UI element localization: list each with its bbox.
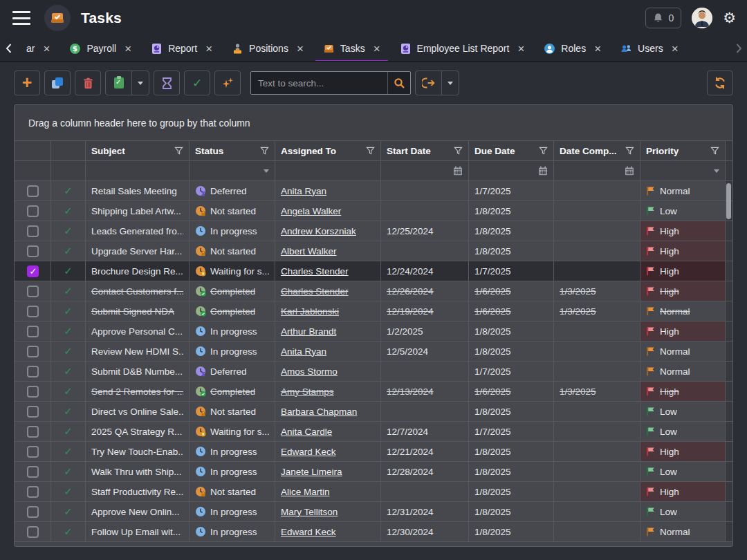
start-date-cell[interactable] (381, 362, 469, 382)
subject-cell[interactable]: Follow Up Email wit... (86, 522, 190, 542)
due-date-cell[interactable]: 1/8/2025 (469, 342, 554, 362)
status-cell[interactable]: In progress (190, 442, 275, 462)
tab-roles[interactable]: Roles× (534, 36, 611, 61)
start-date-cell[interactable]: 12/13/2024 (381, 382, 469, 402)
notifications-button[interactable]: 0 (645, 8, 681, 28)
date-completed-cell[interactable] (554, 201, 640, 221)
priority-cell[interactable]: Normal (640, 362, 726, 382)
refresh-button[interactable] (707, 71, 733, 95)
column-header-assigned[interactable]: Assigned To (275, 141, 381, 161)
status-cell[interactable]: Waiting for s... (190, 422, 275, 442)
ai-assistant-button[interactable] (214, 71, 241, 95)
column-header-subject[interactable]: Subject (86, 141, 190, 161)
date-completed-cell[interactable] (554, 241, 640, 261)
due-date-cell[interactable]: 1/8/2025 (469, 442, 554, 462)
date-completed-cell[interactable] (554, 422, 640, 442)
start-date-cell[interactable] (381, 482, 469, 502)
status-cell[interactable]: Not started (190, 201, 275, 221)
subject-cell[interactable]: 2025 QA Strategy R... (86, 422, 190, 442)
subject-cell[interactable]: Try New Touch-Enab... (86, 442, 190, 462)
status-cell[interactable]: Completed (190, 281, 275, 301)
tabs-scroll-left-button[interactable] (0, 36, 17, 61)
date-completed-cell[interactable]: 1/3/2025 (554, 382, 640, 402)
column-header-due[interactable]: Due Date (469, 141, 554, 161)
start-date-cell[interactable]: 12/7/2024 (381, 422, 469, 442)
column-header-priority[interactable]: Priority (640, 141, 726, 161)
assignee-link[interactable]: Mary Tellitson (281, 507, 338, 517)
tab-close-icon[interactable]: × (594, 43, 601, 55)
priority-cell[interactable]: Low (640, 502, 726, 522)
subject-cell[interactable]: Direct vs Online Sale... (86, 402, 190, 422)
sum-hourglass-button[interactable] (154, 71, 180, 95)
subject-cell[interactable]: Review New HDMI S... (86, 342, 190, 362)
tab-employee-list-report[interactable]: Employee List Report× (390, 36, 535, 61)
start-date-cell[interactable] (381, 201, 469, 221)
task-row[interactable]: ✓Send 2 Remotes for ... CompletedAmy Sta… (15, 382, 732, 402)
task-row[interactable]: ✓Leads Generated fro... In progressAndre… (15, 221, 732, 241)
date-completed-cell[interactable] (554, 181, 640, 201)
priority-cell[interactable]: High (640, 261, 726, 281)
subject-cell[interactable]: Approve New Onlin... (86, 502, 190, 522)
row-checkbox[interactable] (27, 366, 39, 377)
row-checkbox[interactable] (27, 426, 39, 438)
task-row[interactable]: ✓2025 QA Strategy R... Waiting for s...A… (15, 422, 732, 442)
due-date-cell[interactable]: 1/8/2025 (469, 522, 554, 542)
tab-tasks[interactable]: Tasks× (313, 36, 390, 61)
filter-cell-due[interactable] (469, 161, 554, 181)
start-date-cell[interactable]: 12/26/2024 (381, 281, 469, 301)
priority-cell[interactable]: High (640, 482, 726, 502)
due-date-cell[interactable]: 1/6/2025 (469, 382, 554, 402)
task-row[interactable]: ✓Submit Signed NDA CompletedKarl Jablons… (15, 301, 732, 321)
assignee-link[interactable]: Edward Keck (281, 527, 336, 537)
assignee-link[interactable]: Barbara Chapman (281, 407, 357, 417)
start-date-cell[interactable]: 12/25/2024 (381, 221, 469, 241)
due-date-cell[interactable]: 1/8/2025 (469, 502, 554, 522)
priority-cell[interactable]: High (640, 321, 726, 342)
row-checkbox[interactable] (27, 346, 39, 357)
assignee-link[interactable]: Amos Stormo (281, 366, 338, 377)
assignee-link[interactable]: Alice Martin (281, 487, 330, 497)
priority-cell[interactable]: Normal (640, 301, 726, 321)
row-checkbox[interactable] (27, 406, 39, 418)
copy-button[interactable] (44, 71, 71, 95)
date-completed-cell[interactable] (554, 362, 640, 382)
row-checkbox[interactable] (27, 265, 39, 277)
tab-users[interactable]: Users× (611, 36, 688, 61)
filter-dropdown-icon[interactable] (714, 169, 719, 173)
row-checkbox[interactable] (27, 306, 39, 317)
date-completed-cell[interactable] (554, 221, 640, 241)
row-checkbox[interactable] (27, 466, 39, 478)
tabs-scroll-right-button[interactable] (730, 36, 747, 61)
status-cell[interactable]: Not started (190, 402, 275, 422)
subject-cell[interactable]: Retail Sales Meeting (86, 181, 190, 201)
date-completed-cell[interactable] (554, 402, 640, 422)
column-header-completed[interactable]: Date Comp... (554, 141, 640, 161)
status-cell[interactable]: In progress (190, 342, 275, 362)
priority-cell[interactable]: Low (640, 462, 726, 482)
priority-cell[interactable]: High (640, 442, 726, 462)
task-row[interactable]: ✓Follow Up Email wit... In progressEdwar… (15, 522, 732, 542)
task-row[interactable]: ✓Approve Personal C... In progressArthur… (15, 321, 732, 342)
date-completed-cell[interactable]: 1/3/2025 (554, 301, 640, 321)
subject-cell[interactable]: Submit D&B Numbe... (86, 362, 190, 382)
priority-cell[interactable]: High (640, 241, 726, 261)
status-cell[interactable]: Completed (190, 301, 275, 321)
due-date-cell[interactable]: 1/8/2025 (469, 201, 554, 221)
settings-gear-icon[interactable]: ⚙ (723, 11, 736, 26)
subject-cell[interactable]: Contact Customers f... (86, 281, 190, 301)
due-date-cell[interactable]: 1/8/2025 (469, 221, 554, 241)
tab-close-icon[interactable]: × (205, 43, 212, 55)
add-task-button[interactable]: + (14, 71, 40, 95)
start-date-cell[interactable]: 12/28/2024 (381, 462, 469, 482)
row-checkbox[interactable] (27, 205, 39, 217)
due-date-cell[interactable]: 1/6/2025 (469, 301, 554, 321)
task-row[interactable]: ✓Contact Customers f... CompletedCharles… (15, 281, 732, 301)
date-completed-cell[interactable] (554, 261, 640, 281)
start-date-cell[interactable]: 1/2/2025 (381, 321, 469, 342)
priority-cell[interactable]: High (640, 281, 726, 301)
validate-button[interactable] (106, 71, 131, 95)
start-date-cell[interactable] (381, 241, 469, 261)
tab-close-icon[interactable]: × (124, 43, 131, 55)
row-checkbox[interactable] (27, 286, 39, 297)
tab-close-icon[interactable]: × (517, 43, 524, 55)
